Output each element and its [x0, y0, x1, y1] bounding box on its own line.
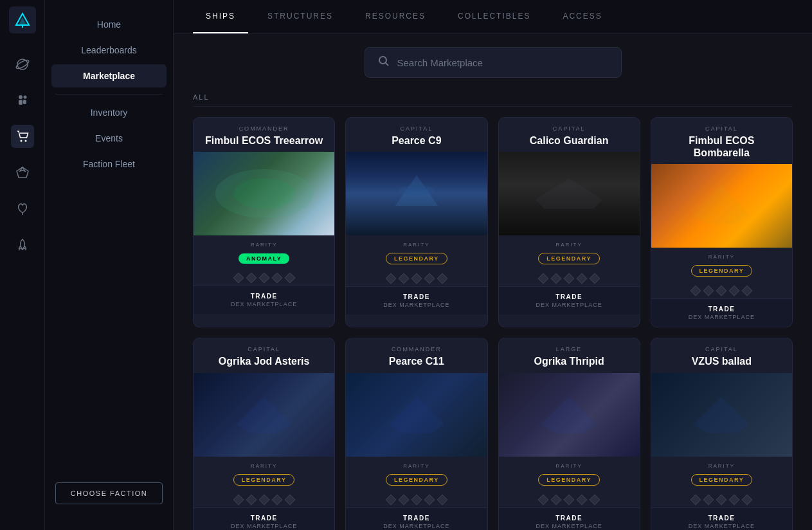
card-treearrow[interactable]: COMMANDER Fimbul ECOS Treearrow RARITY A… [193, 117, 335, 327]
tab-collectibles[interactable]: COLLECTIBLES [445, 0, 543, 33]
tabs-bar: SHIPS STRUCTURES RESOURCES COLLECTIBLES … [174, 0, 812, 34]
rarity-badge: LEGENDARY [538, 253, 600, 264]
cards-grid: COMMANDER Fimbul ECOS Treearrow RARITY A… [193, 117, 793, 530]
dex-label: DEX MARKETPLACE [508, 523, 631, 529]
diamond-icon [411, 494, 422, 505]
sidebar-divider [55, 94, 163, 95]
search-input[interactable] [397, 57, 608, 68]
card-footer[interactable]: TRADE DEX MARKETPLACE [194, 286, 334, 314]
sidebar-item-inventory[interactable]: Inventory [51, 101, 167, 124]
diamond-icon [551, 273, 562, 284]
diamond-icon [271, 273, 282, 284]
rarity-badge: LEGENDARY [691, 265, 753, 277]
sidebar-item-leaderboards[interactable]: Leaderboards [51, 39, 167, 62]
card-footer[interactable]: TRADE DEX MARKETPLACE [651, 507, 792, 530]
card-title: Pearce C9 [355, 134, 478, 147]
diamond-icon [590, 273, 600, 284]
sidebar-item-home[interactable]: Home [51, 13, 167, 36]
tab-access[interactable]: ACCESS [550, 0, 615, 33]
rarity-label: RARITY [355, 242, 478, 248]
ship-silhouette-icon [346, 373, 487, 457]
rarity-label: RARITY [660, 254, 783, 260]
rarity-label: RARITY [203, 463, 325, 469]
card-image [346, 152, 487, 235]
card-bombarella[interactable]: CAPITAL Fimbul ECOS Bombarella RARITY LE… [651, 117, 793, 327]
card-category: COMMANDER [203, 125, 325, 132]
diamond-icon [424, 273, 435, 284]
tab-ships[interactable]: SHIPS [193, 0, 248, 33]
card-title: Calico Guardian [508, 134, 631, 147]
diamond-icon [233, 273, 244, 284]
diamond-icon [437, 494, 447, 505]
diamond-icon [716, 494, 727, 505]
card-footer[interactable]: TRADE DEX MARKETPLACE [346, 286, 487, 315]
rocket-nav-icon[interactable] [11, 233, 34, 256]
diamond-icon [258, 273, 269, 284]
svg-point-16 [233, 178, 294, 209]
card-rarity-section: RARITY LEGENDARY [499, 235, 640, 271]
rarity-badge: LEGENDARY [233, 474, 295, 486]
diamond-icon [271, 494, 282, 505]
card-category: CAPITAL [355, 125, 478, 132]
diamond-icon [564, 494, 575, 505]
cart-nav-icon[interactable] [11, 125, 34, 148]
card-diamonds [651, 492, 792, 507]
svg-point-13 [379, 57, 386, 64]
planet-nav-icon[interactable] [11, 53, 34, 76]
card-pearce-c11[interactable]: COMMANDER Pearce C11 RARITY LEGENDARY [345, 338, 487, 530]
card-footer[interactable]: TRADE DEX MARKETPLACE [499, 286, 640, 315]
rarity-badge: LEGENDARY [691, 474, 753, 486]
card-rarity-section: RARITY LEGENDARY [346, 457, 487, 492]
diamond-icon [385, 494, 396, 505]
tab-resources[interactable]: RESOURCES [352, 0, 438, 33]
sidebar-sub-nav: Inventory Events Faction Fleet [45, 101, 173, 176]
card-diamonds [346, 271, 487, 286]
diamond-icon [284, 494, 295, 505]
card-category: CAPITAL [660, 125, 783, 132]
phoenix-nav-icon[interactable] [11, 197, 34, 220]
dex-label: DEX MARKETPLACE [203, 523, 325, 529]
diamond-icon [703, 286, 714, 297]
card-vzus-ballad[interactable]: CAPITAL VZUS ballad RARITY LEGENDARY T [651, 338, 793, 530]
card-ogrika-jod[interactable]: CAPITAL Ogrika Jod Asteris RARITY LEGEND… [193, 338, 335, 530]
trade-label: TRADE [660, 515, 783, 522]
card-footer[interactable]: TRADE DEX MARKETPLACE [346, 507, 487, 530]
diamond-icon [690, 286, 701, 297]
card-ogrika-thripid[interactable]: LARGE Ogrika Thripid RARITY LEGENDARY [498, 338, 640, 530]
card-header: LARGE Ogrika Thripid [499, 338, 640, 372]
card-footer[interactable]: TRADE DEX MARKETPLACE [499, 507, 640, 530]
card-image [499, 373, 640, 457]
card-image [194, 373, 334, 457]
diamond-icon [577, 273, 588, 284]
card-header: CAPITAL VZUS ballad [651, 338, 792, 372]
trade-label: TRADE [355, 515, 478, 522]
card-diamonds [194, 270, 334, 286]
gem-nav-icon[interactable] [11, 161, 34, 184]
sidebar-item-events[interactable]: Events [51, 127, 167, 150]
svg-point-17 [398, 186, 435, 196]
card-title: Ogrika Thripid [508, 355, 631, 367]
card-header: CAPITAL Calico Guardian [499, 118, 640, 152]
tab-structures[interactable]: STRUCTURES [255, 0, 346, 33]
diamond-icon [233, 494, 244, 505]
rarity-label: RARITY [203, 242, 325, 248]
card-footer[interactable]: TRADE DEX MARKETPLACE [194, 507, 334, 530]
search-box[interactable] [365, 47, 622, 78]
app-logo[interactable] [9, 6, 36, 33]
card-footer[interactable]: TRADE DEX MARKETPLACE [651, 298, 792, 327]
card-calico-guardian[interactable]: CAPITAL Calico Guardian RARITY LEGENDARY [498, 117, 640, 327]
diamond-icon [564, 273, 575, 284]
choose-faction-button[interactable]: CHOOSE FACTION [55, 482, 163, 504]
card-pearce-c9[interactable]: CAPITAL Pearce C9 RARITY LEGENDARY TRA [345, 117, 487, 327]
sidebar-item-marketplace[interactable]: Marketplace [51, 64, 167, 87]
rarity-badge: LEGENDARY [538, 474, 600, 486]
soldiers-nav-icon[interactable] [11, 89, 34, 112]
card-rarity-section: RARITY ANOMALY [194, 235, 334, 270]
diamond-icon [246, 494, 257, 505]
card-diamonds [651, 283, 792, 298]
search-icon [378, 55, 390, 69]
ship-silhouette-icon [651, 373, 792, 457]
svg-point-10 [24, 140, 26, 142]
diamond-icon [385, 273, 396, 284]
sidebar-item-faction-fleet[interactable]: Faction Fleet [51, 152, 167, 176]
